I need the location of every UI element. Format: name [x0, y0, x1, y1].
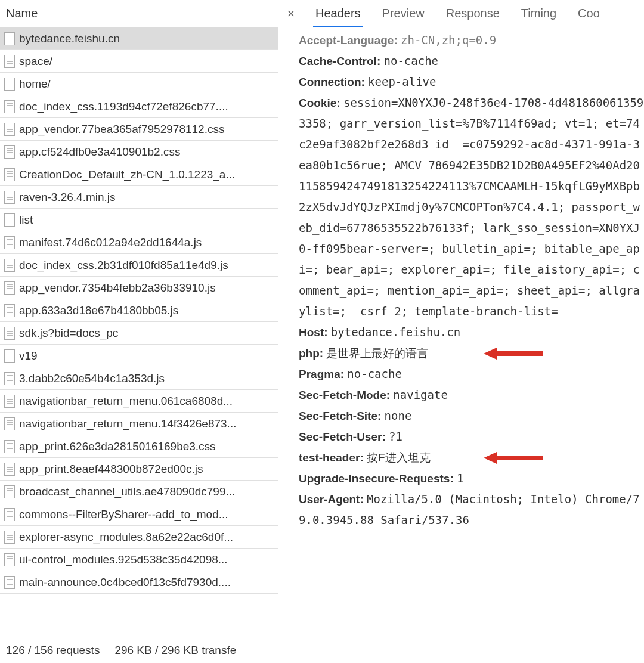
- header-line: Pragma: no-cache: [299, 364, 644, 385]
- request-row[interactable]: doc_index_css.2b31df010fd85a11e4d9.js: [0, 254, 278, 277]
- header-key: Accept-Language:: [299, 34, 401, 47]
- request-name: commons--FilterBySharer--add_to_mod...: [19, 508, 228, 521]
- file-icon: [4, 327, 15, 340]
- tabs-container: HeadersPreviewResponseTimingCoo: [305, 0, 611, 27]
- header-key: Sec-Fetch-Site:: [299, 410, 385, 422]
- header-value: no-cache: [384, 54, 439, 67]
- header-line: test-header: 按F进入坦克: [299, 447, 644, 468]
- request-name: list: [19, 213, 33, 227]
- file-icon: [4, 281, 15, 295]
- header-line: Connection: keep-alive: [299, 72, 644, 92]
- svg-marker-1: [484, 452, 543, 464]
- request-row[interactable]: CreationDoc_Default_zh-CN_1.0.1223_a...: [0, 163, 278, 186]
- file-icon: [4, 485, 15, 498]
- request-row[interactable]: app_vendor.77bea365af7952978112.css: [0, 118, 278, 141]
- header-value: navigate: [393, 388, 448, 401]
- request-row[interactable]: home/: [0, 73, 278, 95]
- request-row[interactable]: manifest.74d6c012a94e2dd1644a.js: [0, 231, 278, 254]
- header-value: 是世界上最好的语言: [326, 347, 428, 360]
- request-row[interactable]: 3.dabb2c60e54b4c1a353d.js: [0, 367, 278, 390]
- header-key: php:: [299, 347, 326, 360]
- file-icon: [4, 236, 15, 249]
- requests-header-label: Name: [6, 7, 38, 20]
- header-line: Accept-Language: zh-CN,zh;q=0.9: [299, 30, 644, 51]
- request-row[interactable]: space/: [0, 50, 278, 73]
- request-name: sdk.js?bid=docs_pc: [19, 327, 118, 340]
- header-value: none: [385, 409, 412, 422]
- header-line: Sec-Fetch-Site: none: [299, 405, 644, 426]
- request-row[interactable]: bytedance.feishu.cn: [0, 27, 278, 50]
- file-icon: [4, 372, 15, 385]
- header-key: Sec-Fetch-Mode:: [299, 389, 393, 401]
- tab-preview[interactable]: Preview: [371, 0, 435, 27]
- file-icon: [4, 145, 15, 159]
- request-row[interactable]: v19: [0, 345, 278, 367]
- request-name: bytedance.feishu.cn: [19, 32, 120, 45]
- request-row[interactable]: raven-3.26.4.min.js: [0, 186, 278, 209]
- status-separator: [107, 642, 107, 659]
- request-row[interactable]: navigationbar_return_menu.14f3426e873...: [0, 413, 278, 435]
- file-icon: [4, 553, 15, 566]
- request-name: doc_index_css.2b31df010fd85a11e4d9.js: [19, 259, 228, 272]
- tab-headers[interactable]: Headers: [305, 0, 371, 27]
- header-line: User-Agent: Mozilla/5.0 (Macintosh; Inte…: [299, 489, 644, 531]
- request-row[interactable]: app_print.8eaef448300b872ed00c.js: [0, 458, 278, 481]
- close-icon[interactable]: ×: [282, 6, 300, 21]
- request-name: ui-control_modules.925d538c35d42098...: [19, 553, 228, 566]
- file-icon: [4, 123, 15, 136]
- request-row[interactable]: doc_index_css.1193d94cf72ef826cb77....: [0, 95, 278, 118]
- tab-response[interactable]: Response: [435, 0, 510, 27]
- file-icon: [4, 100, 15, 113]
- file-icon: [4, 191, 15, 204]
- request-list[interactable]: bytedance.feishu.cnspace/home/doc_index_…: [0, 27, 278, 637]
- request-name: doc_index_css.1193d94cf72ef826cb77....: [19, 100, 228, 113]
- file-icon: [4, 168, 15, 181]
- header-key: Connection:: [299, 76, 368, 88]
- request-name: app.633a3d18e67b4180bb05.js: [19, 304, 178, 317]
- request-row[interactable]: commons--FilterBySharer--add_to_mod...: [0, 503, 278, 526]
- file-icon: [4, 349, 15, 363]
- header-line: php: 是世界上最好的语言: [299, 343, 644, 364]
- file-icon: [4, 213, 15, 227]
- header-line: Cookie: session=XN0YXJ0-248f36e4-1708-4d…: [299, 92, 644, 322]
- request-row[interactable]: app_print.626e3da2815016169be3.css: [0, 435, 278, 458]
- request-row[interactable]: list: [0, 209, 278, 231]
- request-name: app_print.626e3da2815016169be3.css: [19, 440, 216, 453]
- request-name: space/: [19, 55, 52, 68]
- request-row[interactable]: explorer-async_modules.8a62e22ac6d0f...: [0, 526, 278, 549]
- details-tabs-row: × HeadersPreviewResponseTimingCoo: [278, 0, 644, 27]
- file-icon: [4, 32, 15, 45]
- request-name: broadcast_channel_utils.ae478090dc799...: [19, 485, 235, 498]
- requests-header: Name: [0, 0, 278, 27]
- file-icon: [4, 417, 15, 430]
- header-line: Host: bytedance.feishu.cn: [299, 322, 644, 343]
- request-name: raven-3.26.4.min.js: [19, 191, 116, 204]
- request-name: app_vendor.7354b4febb2a36b33910.js: [19, 281, 216, 295]
- header-key: Cache-Control:: [299, 55, 384, 67]
- request-row[interactable]: main-announce.0c4bced0f13c5fd7930d....: [0, 571, 278, 594]
- tab-timing[interactable]: Timing: [510, 0, 567, 27]
- request-row[interactable]: app.633a3d18e67b4180bb05.js: [0, 299, 278, 322]
- headers-content[interactable]: Accept-Language: zh-CN,zh;q=0.9Cache-Con…: [278, 27, 644, 663]
- svg-marker-0: [484, 348, 543, 360]
- header-value: ?1: [389, 430, 402, 443]
- request-row[interactable]: ui-control_modules.925d538c35d42098...: [0, 549, 278, 571]
- request-name: navigationbar_return_menu.14f3426e873...: [19, 417, 236, 430]
- header-line: Cache-Control: no-cache: [299, 51, 644, 72]
- request-row[interactable]: app_vendor.7354b4febb2a36b33910.js: [0, 277, 278, 299]
- header-value: session=XN0YXJ0-248f36e4-1708-4d48186006…: [299, 96, 643, 318]
- request-row[interactable]: broadcast_channel_utils.ae478090dc799...: [0, 481, 278, 503]
- request-name: CreationDoc_Default_zh-CN_1.0.1223_a...: [19, 168, 235, 181]
- header-line: Sec-Fetch-User: ?1: [299, 426, 644, 447]
- header-key: Pragma:: [299, 368, 347, 380]
- request-row[interactable]: sdk.js?bid=docs_pc: [0, 322, 278, 345]
- request-row[interactable]: app.cf524dfb0e3a410901b2.css: [0, 141, 278, 163]
- request-row[interactable]: navigationbar_return_menu.061ca6808d...: [0, 390, 278, 413]
- request-name: main-announce.0c4bced0f13c5fd7930d....: [19, 576, 231, 589]
- file-icon: [4, 576, 15, 589]
- request-name: app_vendor.77bea365af7952978112.css: [19, 123, 224, 136]
- file-icon: [4, 304, 15, 317]
- header-value: keep-alive: [368, 75, 436, 88]
- tab-coo[interactable]: Coo: [567, 0, 611, 27]
- status-transfer: 296 KB / 296 KB transfe: [114, 644, 236, 657]
